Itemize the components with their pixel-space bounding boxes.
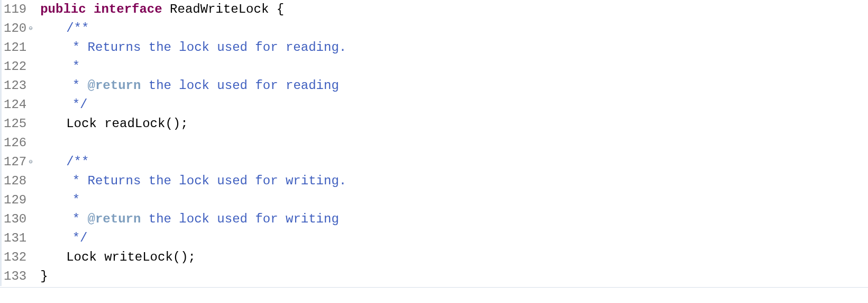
code-token [97,248,104,267]
line-number-text: 125 [4,114,26,133]
line-number-text: 126 [4,133,26,153]
line-number-text: 132 [4,248,26,267]
line-number: 127⊖ [2,153,34,172]
code-token: (); [165,114,188,133]
line-number-text: 131 [4,229,26,248]
line-number-text: 124 [4,95,26,114]
line-number-text: 120 [4,19,26,38]
code-token: writeLock [104,248,173,267]
line-number: 128 [2,172,34,191]
code-token [97,114,104,133]
line-number-text: 122 [4,57,26,76]
line-number: 132 [2,248,34,267]
code-line[interactable]: */ [40,229,868,248]
line-number-text: 119 [4,0,26,19]
code-token: * [72,76,88,95]
code-line[interactable]: /** [40,19,868,38]
code-line[interactable]: Lock readLock(); [40,114,868,133]
code-token: * [72,57,80,76]
code-area[interactable]: public interface ReadWriteLock {/*** Ret… [35,0,868,286]
code-editor: 119120⊖121122123124125126127⊖12812913013… [0,0,868,288]
code-token: public [40,0,86,19]
line-number: 129 [2,191,34,210]
line-number: 124 [2,95,34,114]
code-token: /** [66,19,89,38]
code-token: * Returns the lock used for reading. [72,38,346,57]
code-token: * [72,191,80,210]
code-token: @return [88,210,141,229]
line-number-text: 121 [4,38,26,57]
code-line[interactable]: * Returns the lock used for writing. [40,172,868,191]
code-token: /** [66,153,89,172]
code-token: { [277,0,284,19]
code-line[interactable]: * @return the lock used for reading [40,76,868,95]
code-line[interactable]: * Returns the lock used for reading. [40,38,868,57]
code-token: */ [72,95,88,114]
code-token: ReadWriteLock [170,0,269,19]
code-line[interactable]: public interface ReadWriteLock { [40,0,868,19]
code-line[interactable]: * [40,191,868,210]
line-number: 121 [2,38,34,57]
code-token: * Returns the lock used for writing. [72,172,346,191]
line-number-text: 129 [4,191,26,210]
line-number: 120⊖ [2,19,34,38]
code-line[interactable]: */ [40,95,868,114]
fold-toggle-icon[interactable]: ⊖ [28,25,34,32]
code-token [269,0,276,19]
fold-toggle-icon[interactable]: ⊖ [28,159,34,165]
line-number: 125 [2,114,34,133]
code-line[interactable]: Lock writeLock(); [40,248,868,267]
code-token [86,0,94,19]
code-token: * [72,210,88,229]
code-token: (); [173,248,196,267]
code-token: } [40,267,48,286]
line-number: 131 [2,229,34,248]
code-token: Lock [66,248,97,267]
code-token: the lock used for reading [141,76,339,95]
line-number: 123 [2,76,34,95]
code-token: readLock [104,114,165,133]
code-token: @return [88,76,141,95]
code-line[interactable] [40,133,868,153]
line-number-gutter: 119120⊖121122123124125126127⊖12812913013… [0,0,35,286]
code-token: Lock [66,114,97,133]
line-number-text: 128 [4,172,26,191]
line-number-text: 127 [4,153,26,172]
line-number-text: 133 [4,267,26,286]
code-line[interactable]: * @return the lock used for writing [40,210,868,229]
code-token [162,0,170,19]
code-line[interactable]: } [40,267,868,286]
line-number: 126 [2,133,34,153]
code-line[interactable]: * [40,57,868,76]
line-number: 130 [2,210,34,229]
line-number: 122 [2,57,34,76]
line-number: 119 [2,0,34,19]
line-number-text: 123 [4,76,26,95]
code-token: */ [72,229,88,248]
code-token: the lock used for writing [141,210,339,229]
line-number-text: 130 [4,210,26,229]
line-number: 133 [2,267,34,286]
code-line[interactable]: /** [40,153,868,172]
code-token: interface [94,0,162,19]
